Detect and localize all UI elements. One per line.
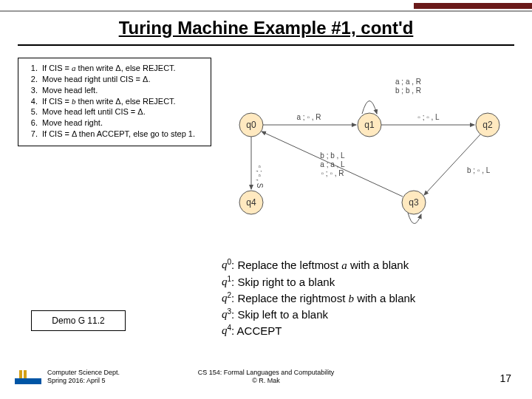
algo-step: 6.Move head right.: [24, 117, 205, 129]
edge-q3-loop-b: b ; b , L: [320, 151, 345, 160]
page-title: Turing Machine Example #1, cont'd: [0, 18, 532, 38]
state-row: q3: Skip left to a blank: [222, 307, 415, 323]
algo-step: 7.If CIS = Δ then ACCEPT, else go to ste…: [24, 129, 205, 140]
edge-q1-loop-a: a ; a , R: [395, 78, 421, 86]
edge-q1-loop-b: b ; b , R: [395, 86, 421, 95]
footer-center: CS 154: Formal Languages and Computabili…: [0, 369, 532, 386]
svg-line-7: [424, 134, 480, 195]
edge-q0-q4: ▫ ; ▫ , S: [256, 166, 264, 188]
edge-q0-q1: a ; ▫ , R: [297, 113, 321, 121]
algo-step: 1.If CIS = a then write Δ, else REJECT.: [24, 63, 205, 74]
state-descriptions: q0: Replace the leftmost a with a blankq…: [222, 257, 415, 339]
node-q1: q1: [364, 120, 375, 130]
algorithm-box: 1.If CIS = a then write Δ, else REJECT.2…: [18, 58, 211, 146]
divider-top: [0, 10, 532, 12]
algo-step: 5.Move head left until CIS = Δ.: [24, 106, 205, 117]
node-q0: q0: [246, 120, 256, 130]
state-row: q4: ACCEPT: [222, 323, 415, 339]
algo-step: 3.Move head left.: [24, 85, 205, 96]
state-row: q0: Replace the leftmost a with a blank: [222, 257, 415, 274]
edge-q1-q2: ▫ ; ▫ , L: [417, 113, 440, 121]
accent-bar: [414, 3, 532, 9]
title-underline: [18, 44, 514, 46]
algo-step: 4.If CIS = b then write Δ, else REJECT.: [24, 96, 205, 107]
state-row: q1: Skip right to a blank: [222, 274, 415, 290]
edge-q2-q3: b ; ▫ , L: [467, 166, 491, 174]
state-row: q2: Replace the rightmost b with a blank: [222, 290, 415, 307]
node-q4: q4: [246, 197, 256, 208]
algo-step: 2.Move head right until CIS = Δ.: [24, 74, 205, 85]
edge-q3-loop-a: a ; a , L: [320, 160, 345, 168]
demo-box: Demo G 11.2: [31, 310, 126, 331]
node-q3: q3: [409, 197, 419, 208]
state-diagram: q0 q1 q2 q3 q4 a ; ▫ , R a ; a , R b ; b…: [222, 55, 517, 225]
node-q2: q2: [482, 120, 493, 130]
edge-q3-q0: ▫ ; ▫ , R: [321, 169, 344, 177]
page-number: 17: [499, 372, 511, 384]
